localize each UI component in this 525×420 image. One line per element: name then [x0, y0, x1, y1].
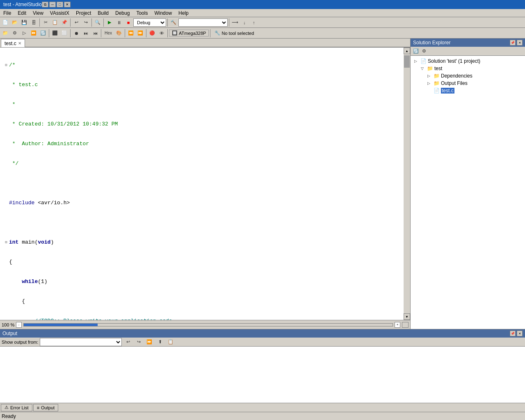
minimize-btn[interactable]: ─: [49, 2, 56, 7]
t2-btn5[interactable]: 🔃: [39, 29, 48, 38]
expand-output-files[interactable]: ▷: [425, 80, 432, 87]
build-btn[interactable]: 🔨: [169, 18, 178, 27]
output-btn4[interactable]: ⬆: [155, 338, 164, 347]
dependencies-icon: 📁: [433, 73, 440, 79]
debug-mode-dropdown[interactable]: Debug Release: [133, 18, 166, 27]
step-over-btn[interactable]: ⟶: [231, 18, 240, 27]
save-btn[interactable]: 💾: [20, 18, 29, 27]
paste-btn[interactable]: 📌: [60, 18, 69, 27]
maximize-btn[interactable]: □: [57, 2, 63, 7]
tree-item-project[interactable]: ▽ 📁 test: [419, 65, 523, 72]
code-line: while(1): [3, 278, 407, 285]
output-btn1[interactable]: ↩: [123, 338, 132, 347]
pause-btn[interactable]: ⏸: [114, 18, 123, 27]
tree-item-test-c[interactable]: 📄 test.c: [425, 87, 523, 94]
menu-help[interactable]: Help: [175, 9, 192, 17]
expand-dependencies[interactable]: ▷: [425, 73, 432, 79]
tab-close-btn[interactable]: ✕: [18, 41, 21, 46]
code-line: //TODO:: Please write your application c…: [3, 317, 407, 320]
output-close-btn[interactable]: ✕: [517, 331, 523, 336]
copy-btn[interactable]: 📋: [50, 18, 59, 27]
open-btn[interactable]: 📂: [10, 18, 19, 27]
zoom-plus-btn[interactable]: +: [395, 322, 400, 328]
t2-btn4[interactable]: ⏩: [29, 29, 38, 38]
output-source-dropdown[interactable]: [40, 338, 122, 346]
menu-build[interactable]: Build: [94, 9, 112, 17]
t2-forward-btn[interactable]: ⏩: [136, 29, 145, 38]
scroll-thumb[interactable]: [404, 55, 410, 68]
t2-btn2[interactable]: ⚙: [10, 29, 19, 38]
t2-btn1[interactable]: 📁: [1, 29, 10, 38]
chip-selector[interactable]: 🔲 ATmega328P: [169, 30, 209, 37]
output-tab[interactable]: ≡ Output: [33, 404, 58, 411]
step-into-btn[interactable]: ↓: [240, 18, 249, 27]
t2-btn7[interactable]: ⬜: [60, 29, 69, 38]
redo-btn[interactable]: ↪: [81, 18, 90, 27]
tree-item-solution[interactable]: ▷ 📄 Solution 'test' (1 project): [412, 57, 523, 65]
tree-item-dependencies[interactable]: ▷ 📁 Dependencies: [425, 72, 523, 80]
output-pin-btn[interactable]: 📌: [510, 331, 516, 336]
code-editor[interactable]: ⊟ /* * test.c * * Created: 10/31/2012 10…: [0, 48, 410, 320]
menu-window[interactable]: Window: [151, 9, 175, 17]
zoom-minus-btn[interactable]: -: [16, 322, 22, 328]
t2-sep6: [167, 29, 168, 37]
step-out-btn[interactable]: ↑: [249, 18, 258, 27]
output-btn5[interactable]: 📋: [166, 338, 175, 347]
find-btn[interactable]: 🔍: [93, 18, 102, 27]
menu-edit[interactable]: Edit: [14, 9, 30, 17]
code-content[interactable]: ⊟ /* * test.c * * Created: 10/31/2012 10…: [0, 48, 410, 320]
zoom-track-btn[interactable]: [402, 322, 409, 328]
t2-color-btn[interactable]: 🎨: [114, 29, 123, 38]
output-btn2[interactable]: ↪: [134, 338, 143, 347]
restore-btn[interactable]: ⧉: [42, 2, 48, 7]
t2-breakpoint-btn[interactable]: 🔴: [148, 29, 157, 38]
error-list-label: Error List: [10, 405, 29, 410]
tab-test-c[interactable]: test.c ✕: [1, 39, 25, 47]
test-c-label: test.c: [441, 88, 454, 94]
tab-label: test.c: [5, 41, 16, 46]
output-btn3[interactable]: ⏩: [145, 338, 154, 347]
target-dropdown[interactable]: [178, 18, 228, 27]
zoom-slider[interactable]: [23, 323, 393, 326]
t2-btn9[interactable]: ⏭: [81, 29, 90, 38]
t2-btn8[interactable]: ⏺: [72, 29, 81, 38]
no-tool-selector[interactable]: 🔧 No tool selected: [212, 30, 257, 37]
tree-item-output-files[interactable]: ▷ 📁 Output Files: [425, 80, 523, 87]
cut-btn[interactable]: ✂: [41, 18, 50, 27]
error-list-tab[interactable]: ⚠ Error List: [1, 404, 32, 411]
output-tab-icon: ≡: [37, 405, 39, 410]
stop-btn[interactable]: ■: [124, 18, 133, 27]
menu-file[interactable]: File: [0, 9, 14, 17]
collapse-10[interactable]: ⊟: [3, 239, 9, 246]
t2-btn3[interactable]: ▷: [20, 29, 29, 38]
scroll-up-btn[interactable]: ▲: [404, 48, 410, 54]
close-btn[interactable]: ✕: [64, 2, 71, 7]
save-all-btn[interactable]: 🗄: [29, 18, 38, 27]
se-close-btn[interactable]: ✕: [517, 40, 523, 46]
t2-watch-btn[interactable]: 👁: [157, 29, 166, 38]
new-project-btn[interactable]: 📄: [1, 18, 10, 27]
t2-btn6[interactable]: ⬛: [50, 29, 59, 38]
t2-rewind-btn[interactable]: ⏪: [126, 29, 135, 38]
menu-vassistx[interactable]: VAssistX: [47, 9, 73, 17]
menu-debug[interactable]: Debug: [112, 9, 133, 17]
menu-project[interactable]: Project: [73, 9, 94, 17]
scroll-track[interactable]: [404, 54, 410, 313]
t2-btn10[interactable]: ⏮: [91, 29, 100, 38]
scroll-down-btn[interactable]: ▼: [404, 313, 410, 320]
start-debug-btn[interactable]: ▶: [105, 18, 114, 27]
menu-view[interactable]: View: [30, 9, 47, 17]
se-properties-btn[interactable]: ⚙: [420, 48, 428, 55]
toolbar2: 📁 ⚙ ▷ ⏩ 🔃 ⬛ ⬜ ⏺ ⏭ ⏮ Hex 🎨 ⏪ ⏩ 🔴 👁 🔲 ATme…: [0, 28, 525, 39]
expand-solution[interactable]: ▷: [412, 58, 419, 64]
undo-btn[interactable]: ↩: [72, 18, 81, 27]
t2-hex-btn[interactable]: Hex: [103, 29, 114, 38]
expand-project[interactable]: ▽: [419, 65, 425, 72]
se-refresh-btn[interactable]: 🔃: [412, 48, 420, 55]
se-pin-btn[interactable]: 📌: [510, 40, 516, 46]
vertical-scrollbar[interactable]: ▲ ▼: [404, 48, 410, 320]
error-list-icon: ⚠: [5, 405, 9, 410]
collapse-1[interactable]: ⊟: [3, 62, 9, 69]
sep5: [167, 18, 168, 27]
menu-tools[interactable]: Tools: [133, 9, 151, 17]
